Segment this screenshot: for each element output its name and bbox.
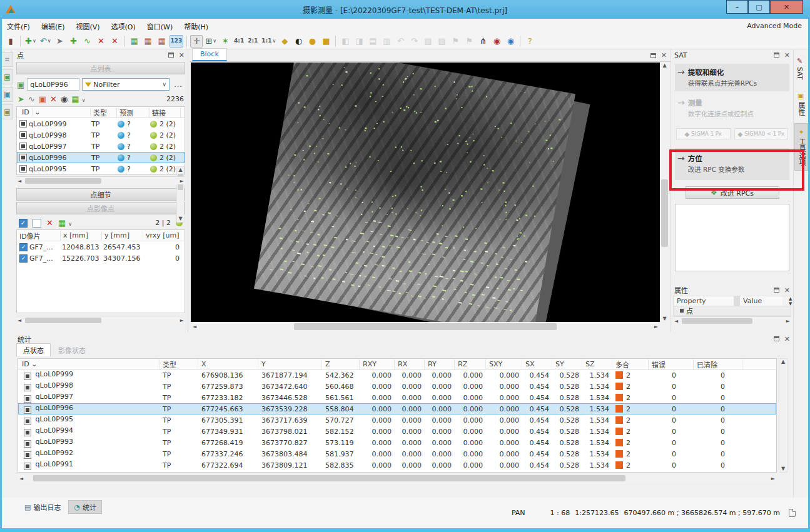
close-panel-icon[interactable]: ✕ — [179, 51, 185, 59]
snap-left-icon[interactable]: ▤ — [367, 35, 379, 48]
point-list-vscrollbar[interactable]: ▲▼ — [176, 166, 185, 223]
zoom-fit-icon[interactable]: ✶ — [219, 35, 231, 48]
rotate-right-icon[interactable]: ↷ — [408, 35, 420, 48]
context-help-icon[interactable]: ? — [524, 35, 536, 48]
dock-tab-工具选项[interactable]: ✦工具选项 — [794, 123, 808, 171]
sat-step-measure[interactable]: → 测量数字化连接点或控制点 — [675, 94, 789, 122]
save-icon[interactable]: ▮ — [4, 35, 17, 48]
close-panel-icon[interactable]: ✕ — [784, 286, 790, 294]
block-hscrollbar[interactable]: ◄► — [191, 322, 660, 331]
stats-col-sz[interactable]: SZ — [582, 359, 612, 369]
delete-image-point-icon[interactable]: ✕ — [95, 35, 108, 48]
statistics-row[interactable]: qLoL0P998TP677259.8733673472.640560.4680… — [18, 381, 776, 392]
float-panel-icon[interactable] — [774, 336, 779, 341]
sat-quality-chip[interactable]: ◆SIGMA0 < 1 Px — [734, 128, 789, 139]
stats-col-errors[interactable]: 错误 — [649, 359, 694, 369]
polyline-icon[interactable]: ∿ — [81, 35, 94, 48]
col-id[interactable]: ID ⌄ — [17, 108, 91, 116]
split-points-icon[interactable]: ◨ — [353, 35, 365, 48]
float-panel-icon[interactable] — [774, 53, 779, 58]
stats-tab-影像状态[interactable]: 影像状态 — [52, 344, 92, 356]
col-x-mm[interactable]: x [mm] — [61, 231, 102, 239]
close-panel-icon[interactable]: ✕ — [784, 51, 790, 59]
select-all-checkbox[interactable]: ✓ — [19, 219, 28, 228]
col-prediction[interactable]: 预测 — [117, 108, 149, 118]
block-vscrollbar[interactable]: ▲▼ — [660, 63, 669, 322]
dock-tab-stereo[interactable]: ▣ — [2, 87, 13, 102]
stats-col-x[interactable]: X — [198, 359, 258, 369]
image-accept-icon[interactable]: ▦ — [128, 35, 141, 48]
unlock-icon[interactable]: ● — [306, 35, 318, 48]
tab-block[interactable]: Block — [192, 48, 227, 61]
zoom-1-1-icon[interactable]: 1:1∨ — [260, 35, 277, 48]
stats-col-rxy[interactable]: RXY — [360, 359, 395, 369]
stats-col-sxy[interactable]: SXY — [486, 359, 522, 369]
select-cursor-icon[interactable]: ➤ — [54, 35, 66, 48]
remove-image-icon[interactable]: ▣ — [39, 94, 46, 104]
undo-icon[interactable]: ↶∨ — [39, 35, 53, 48]
dock-tab-3d-view[interactable]: ⌗ — [2, 52, 13, 67]
sat-quality-chip[interactable]: ◆SIGMA 1 Px — [676, 128, 731, 139]
filter-more-button[interactable]: ... — [172, 81, 185, 89]
goto-point-icon[interactable]: ➤ — [18, 94, 24, 104]
delete-point-icon[interactable]: ✕ — [50, 94, 57, 104]
sat-step-orientation[interactable]: → 方位改进 RPC 变换参数 — [675, 148, 789, 180]
statistics-row[interactable]: qLoL0P991TP677322.6943673809.121582.8350… — [18, 459, 776, 471]
point-list-row[interactable]: qLoL0P996TP?2 (2) — [17, 152, 185, 163]
properties-vscrollbar[interactable]: ▲▼ — [782, 296, 791, 306]
dock-tab-photos[interactable]: ▣ — [2, 69, 13, 84]
stats-col-multi[interactable]: 多合 — [612, 359, 649, 369]
rotate-left-icon[interactable]: ↶ — [394, 35, 407, 48]
shift-up-icon[interactable]: ▧ — [422, 35, 434, 48]
stats-col-sx[interactable]: SX — [522, 359, 552, 369]
select-none-checkbox[interactable] — [33, 219, 41, 228]
menu-item[interactable]: 帮助(H) — [184, 21, 208, 31]
properties-hscrollbar[interactable]: ◄► — [673, 316, 791, 324]
globe-alt-icon[interactable]: ◉ — [504, 35, 517, 48]
globe-icon[interactable]: ◉ — [490, 35, 503, 48]
image-table-icon[interactable]: ▦ ∨ — [58, 218, 72, 228]
tripod-icon[interactable]: ⋔ — [477, 35, 489, 48]
improve-rpcs-button[interactable]: ❖ 改进 RPCs — [686, 186, 779, 199]
col-y-mm[interactable]: y [mm] — [102, 231, 143, 239]
menu-item[interactable]: 选项(O) — [111, 21, 136, 31]
statistics-row[interactable]: qLoL0P997TP677233.1823673446.528561.5610… — [18, 392, 776, 403]
stats-col-rx[interactable]: RX — [395, 359, 425, 369]
float-panel-icon[interactable] — [168, 53, 174, 58]
merge-points-icon[interactable]: ◧ — [339, 35, 352, 48]
sat-step-extract[interactable]: → 提取和细化获得联系点并完善RPCs — [675, 64, 789, 91]
stats-col-cleared[interactable]: 已清除 — [694, 359, 742, 369]
contrast-icon[interactable]: ◐ — [292, 35, 305, 48]
point-list-section-header[interactable]: 点列表 — [16, 62, 185, 74]
pan-hand-icon[interactable]: ✛ — [190, 35, 203, 48]
stats-col-y[interactable]: Y — [258, 359, 322, 369]
stats-col-id[interactable]: ID ⌄ — [19, 359, 159, 369]
key-icon[interactable]: ◆ — [278, 35, 291, 48]
point-list-row[interactable]: qLoL0P995TP?2 (2) — [17, 163, 185, 174]
filter-select[interactable]: NoFilter ∨ — [82, 78, 170, 91]
statistics-vscrollbar[interactable]: ▲▼ — [779, 358, 787, 473]
maximize-button[interactable]: ▢ — [748, 0, 770, 14]
stats-col-type[interactable]: 类型 — [159, 359, 198, 369]
close-button[interactable]: ✕ — [770, 0, 803, 14]
point-detail-section-header[interactable]: 点细节 — [16, 188, 185, 201]
current-point-field[interactable]: qLoL0P996 — [27, 78, 79, 91]
block-canvas[interactable] — [191, 63, 660, 322]
stats-tab-点状态[interactable]: 点状态 — [16, 343, 51, 356]
bottom-tab-输出日志[interactable]: ▤输出日志 — [19, 500, 66, 514]
col-links[interactable]: 链接 — [149, 108, 181, 118]
image-points-section-header[interactable]: 点影像点 — [16, 202, 185, 214]
measure-path-icon[interactable]: ∿ — [28, 94, 35, 104]
point-table-icon[interactable]: ▦ ∨ — [71, 94, 85, 104]
flag-icon[interactable]: ⚑ — [449, 35, 462, 48]
point-list-row[interactable]: qLoL0P999TP?2 (2) — [17, 118, 185, 129]
statistics-row[interactable]: qLoL0P995TP677305.3913673717.639570.7270… — [18, 414, 776, 426]
image-points-hscrollbar[interactable]: ◄► — [16, 316, 185, 324]
statistics-hscrollbar[interactable]: ◄► — [18, 474, 777, 483]
col-type[interactable]: 类型 — [91, 108, 117, 118]
image-point-checkbox[interactable]: ✓ — [19, 243, 28, 251]
properties-row[interactable]: 点 — [673, 306, 791, 316]
image-point-row[interactable]: ✓GF7_...15226.70334307.1560 — [17, 253, 185, 264]
statistics-row[interactable]: qLoL0P994TP677349.9313673798.021582.1520… — [18, 426, 776, 437]
dock-tab-SAT[interactable]: ✎SAT — [794, 53, 805, 84]
